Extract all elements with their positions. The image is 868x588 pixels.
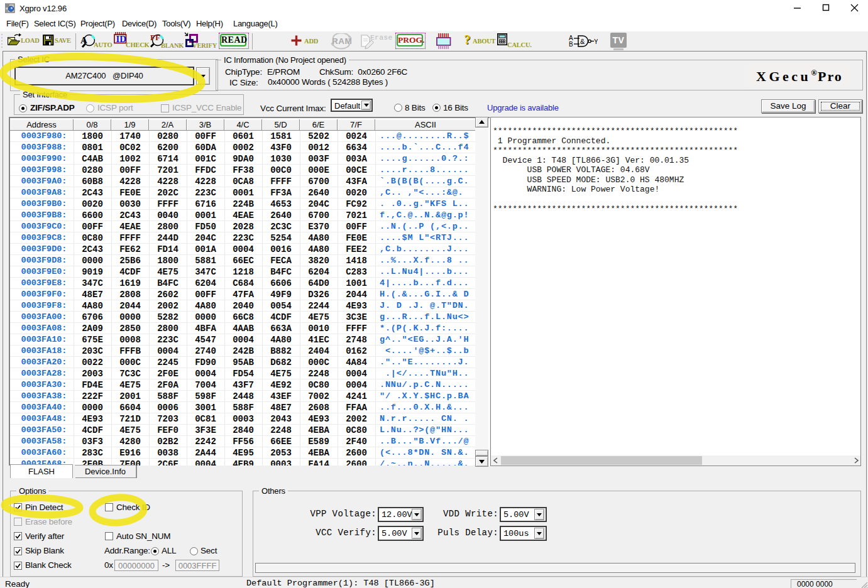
svg-text:ID: ID (116, 34, 127, 44)
svg-text:RAM: RAM (332, 36, 352, 46)
svg-text:A: A (80, 35, 87, 45)
svg-text:B: B (569, 41, 573, 48)
svg-text:Y: Y (594, 38, 598, 45)
svg-text:&: & (580, 38, 585, 45)
svg-text:?: ? (464, 33, 471, 46)
svg-text:FF: FF (150, 33, 160, 42)
